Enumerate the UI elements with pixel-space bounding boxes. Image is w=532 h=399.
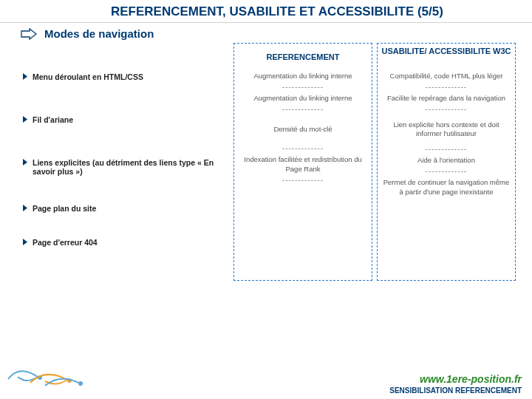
content-grid: Menu déroulant en HTML/CSS Fil d'ariane … [0, 41, 532, 281]
usab-column: USABILITE/ ACCESSIBILITE W3C Compatibili… [377, 43, 516, 281]
footer: www.1ere-position.fr SENSIBILISATION REF… [389, 373, 522, 395]
ref-column: REFERENCEMENT Augmentation du linking in… [233, 43, 372, 281]
left-column: Menu déroulant en HTML/CSS Fil d'ariane … [22, 43, 229, 281]
list-item-label: Page plan du site [33, 204, 96, 213]
list-item-label: Menu déroulant en HTML/CSS [33, 72, 143, 81]
ref-cell: Augmentation du linking interne [234, 72, 372, 81]
list-item-label: Liens explicites (au détriment des liens… [33, 158, 229, 176]
bullet-icon [22, 115, 28, 124]
usab-cell: Aide à l'orientation [378, 156, 515, 166]
ref-cell: Densité du mot-clé [234, 116, 372, 143]
subtitle-text: Modes de navigation [44, 27, 154, 40]
separator: ------------- [234, 174, 372, 187]
bullet-icon [22, 158, 28, 167]
list-item: Menu déroulant en HTML/CSS [22, 72, 229, 81]
usab-cell: Permet de continuer la navigation même à… [378, 178, 515, 197]
separator: ------------- [234, 103, 372, 116]
usab-cell: Compatibilité, code HTML plus léger [378, 72, 515, 81]
separator: ------------- [234, 143, 372, 155]
page-title: REFERENCEMENT, USABILITE ET ACCESSIBILIT… [0, 0, 532, 23]
list-item: Liens explicites (au détriment des liens… [22, 158, 229, 176]
ref-header: REFERENCEMENT [234, 44, 372, 72]
subtitle-row: Modes de navigation [0, 23, 532, 41]
ref-cell: Indexation facilitée et redistribution d… [234, 155, 372, 174]
usab-cell: Facilite le repérage dans la navigation [378, 94, 515, 103]
footer-subtitle: SENSIBILISATION REFERENCEMENT [389, 386, 522, 395]
list-item-label: Page d'erreur 404 [33, 238, 98, 247]
list-item: Fil d'ariane [22, 115, 229, 124]
usab-header: USABILITE/ ACCESSIBILITE W3C [378, 44, 515, 72]
footer-link[interactable]: www.1ere-position.fr [389, 373, 522, 385]
bullet-icon [22, 204, 28, 213]
separator: ------------- [234, 81, 372, 94]
list-item-label: Fil d'ariane [33, 115, 73, 124]
svg-point-2 [78, 381, 83, 386]
separator: ------------- [378, 166, 515, 178]
swirl-icon [4, 361, 86, 393]
arrow-icon [21, 28, 37, 40]
ref-cell: Augmentation du linking interne [234, 94, 372, 103]
bullet-icon [22, 72, 28, 81]
separator: ------------- [378, 81, 515, 94]
list-item: Page d'erreur 404 [22, 238, 229, 247]
separator: ------------- [378, 103, 515, 116]
usab-cell: Lien explicite hors contexte et doit inf… [378, 116, 515, 144]
separator: ------------- [378, 143, 515, 156]
list-item: Page plan du site [22, 204, 229, 213]
bullet-icon [22, 238, 28, 247]
